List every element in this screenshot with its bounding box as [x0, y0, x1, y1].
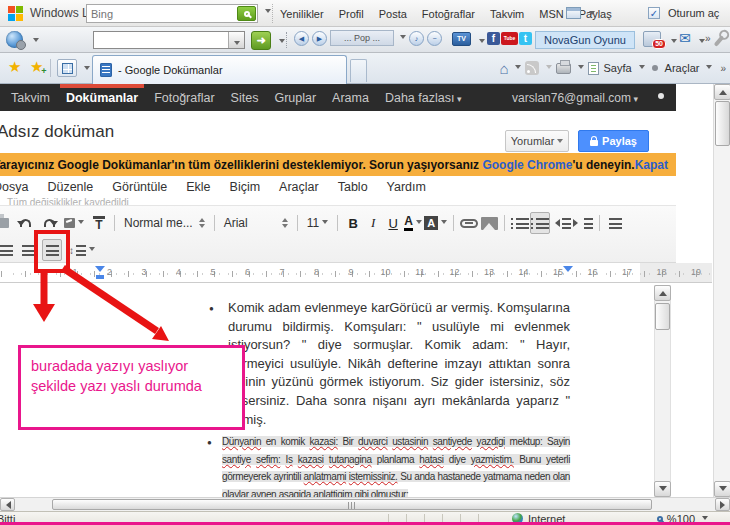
- home-dropdown[interactable]: [515, 65, 521, 72]
- menu-tablo[interactable]: Tablo: [338, 180, 368, 194]
- googlebar-item-takvim[interactable]: Takvim: [3, 84, 58, 111]
- live-link-posta[interactable]: Posta: [379, 8, 407, 20]
- bold-button[interactable]: B: [343, 212, 363, 234]
- twitter-icon[interactable]: t: [519, 32, 532, 45]
- live-link-msn[interactable]: MSN: [539, 8, 563, 20]
- address-combo-box[interactable]: [93, 31, 245, 49]
- align-left-button[interactable]: [605, 212, 625, 234]
- menu-biçim[interactable]: Biçim: [230, 180, 261, 194]
- menu-dosya[interactable]: Dosya: [0, 180, 28, 194]
- home-icon[interactable]: ⌂: [499, 60, 508, 77]
- media-volume-button[interactable]: ♪: [409, 31, 424, 46]
- window-icon[interactable]: [566, 7, 581, 19]
- scroll-down-button[interactable]: [714, 481, 730, 497]
- media-mute-button[interactable]: −: [427, 31, 442, 46]
- live-link-paylaş[interactable]: Paylaş: [579, 8, 612, 20]
- googlebar-item-dokümanlar[interactable]: Dokümanlar: [58, 84, 146, 111]
- document-scrollbar[interactable]: [654, 285, 671, 497]
- numbered-list-button[interactable]: [510, 212, 530, 234]
- menu-araçlar[interactable]: Araçlar: [279, 180, 319, 194]
- scroll-right-button[interactable]: [715, 498, 730, 511]
- undo-button[interactable]: [15, 212, 35, 234]
- document-title[interactable]: Adsız doküman: [0, 122, 114, 142]
- comments-button[interactable]: Yorumlar: [505, 130, 569, 152]
- outdent-button[interactable]: [550, 212, 572, 234]
- first-line-indent-marker[interactable]: [96, 275, 104, 279]
- share-button[interactable]: Paylaş: [578, 130, 649, 152]
- combo-dropdown-button[interactable]: [228, 32, 244, 48]
- right-indent-marker[interactable]: [563, 266, 573, 277]
- print-icon[interactable]: [556, 63, 571, 74]
- quick-tabs-dropdown[interactable]: [84, 66, 90, 73]
- bing-search-input[interactable]: [87, 8, 237, 20]
- paint-format-button[interactable]: T: [89, 212, 109, 234]
- settings-gear-icon[interactable]: [658, 93, 664, 99]
- style-dropdown[interactable]: Normal me...: [120, 212, 209, 234]
- browser-vertical-scrollbar[interactable]: [713, 84, 730, 497]
- live-link-fotoğraflar[interactable]: Fotoğraflar: [422, 8, 475, 20]
- globe-dropdown[interactable]: [33, 38, 39, 45]
- italic-button[interactable]: I: [363, 212, 383, 234]
- print-button[interactable]: [0, 212, 11, 234]
- overflow-chevron[interactable]: »: [705, 33, 711, 44]
- tab-google-dokumanlar[interactable]: - Google Dokümanlar: [92, 55, 347, 84]
- googlebar-item-arama[interactable]: Arama: [324, 84, 377, 111]
- search-scope-dropdown[interactable]: [265, 9, 271, 16]
- add-favorite-icon[interactable]: ★: [30, 58, 43, 76]
- highlight-color-button[interactable]: A: [423, 212, 448, 234]
- go-button[interactable]: ➜: [251, 31, 271, 50]
- rss-feed-icon[interactable]: [525, 61, 539, 75]
- window-dropdown[interactable]: [589, 11, 595, 18]
- scrollbar-thumb[interactable]: [52, 499, 652, 510]
- novagun-game-button[interactable]: NovaGun Oyunu: [535, 31, 635, 49]
- notifications-dropdown[interactable]: [671, 39, 677, 46]
- menu-görüntüle[interactable]: Görüntüle: [112, 180, 167, 194]
- doc-bullet-2-text[interactable]: Dünyanin en komik kazasi: Bir duvarci us…: [222, 433, 570, 497]
- scroll-up-button[interactable]: [714, 84, 730, 100]
- wrench-icon[interactable]: [714, 35, 725, 47]
- live-link-yenilikler[interactable]: Yenilikler: [280, 8, 324, 20]
- media-dropdown[interactable]: [400, 35, 406, 42]
- live-link-takvim[interactable]: Takvim: [490, 8, 524, 20]
- tv-dropdown[interactable]: [479, 39, 485, 46]
- chrome-link[interactable]: Google Chrome: [482, 158, 572, 172]
- tv-icon[interactable]: TV: [452, 32, 471, 46]
- page-menu-button[interactable]: Sayfa: [603, 62, 631, 74]
- scrollbar-thumb[interactable]: [655, 303, 670, 330]
- quick-tabs-button[interactable]: [57, 59, 77, 77]
- insert-link-button[interactable]: [459, 212, 479, 234]
- menu-ekle[interactable]: Ekle: [186, 180, 210, 194]
- indent-button[interactable]: [572, 212, 594, 234]
- font-size-dropdown[interactable]: 11: [303, 212, 332, 234]
- scroll-down-button[interactable]: [654, 481, 671, 497]
- scroll-up-button[interactable]: [654, 285, 671, 301]
- print-dropdown[interactable]: [578, 65, 584, 72]
- checkbox-icon[interactable]: ✓: [648, 7, 660, 19]
- scrollbar-thumb[interactable]: [715, 101, 730, 146]
- underline-button[interactable]: U: [383, 212, 403, 234]
- favorites-star-icon[interactable]: ★: [8, 58, 21, 76]
- menu-düzenle[interactable]: Düzenle: [47, 180, 93, 194]
- menu-yardım[interactable]: Yardım: [387, 180, 426, 194]
- mail-icon[interactable]: ✉: [679, 30, 691, 46]
- googlebar-item-gruplar[interactable]: Gruplar: [266, 84, 324, 111]
- go-dropdown[interactable]: [279, 39, 285, 46]
- insert-image-button[interactable]: [479, 212, 499, 234]
- googlebar-item-daha-fazlası[interactable]: Daha fazlası: [377, 84, 470, 111]
- media-track-label[interactable]: ... Pop ...: [330, 30, 394, 46]
- tab-bar-overflow-chevron[interactable]: »: [720, 63, 726, 74]
- tools-dropdown[interactable]: [706, 65, 712, 72]
- line-spacing-button[interactable]: ↕: [68, 239, 96, 261]
- sign-in-link[interactable]: Oturum aç: [668, 7, 719, 19]
- align-center-button[interactable]: [0, 239, 16, 261]
- media-prev-button[interactable]: ◀: [294, 31, 309, 46]
- notifications-button[interactable]: 50: [643, 31, 661, 47]
- browser-horizontal-scrollbar[interactable]: [0, 497, 730, 511]
- googlebar-item-sites[interactable]: Sites: [223, 84, 267, 111]
- new-tab-stub[interactable]: [350, 59, 367, 82]
- browser-globe-icon[interactable]: [6, 31, 23, 48]
- googlebar-item-fotoğraflar[interactable]: Fotoğraflar: [146, 84, 222, 111]
- search-button[interactable]: [237, 6, 256, 21]
- bulleted-list-button[interactable]: [530, 212, 550, 234]
- close-warning-link[interactable]: Kapat: [635, 158, 676, 172]
